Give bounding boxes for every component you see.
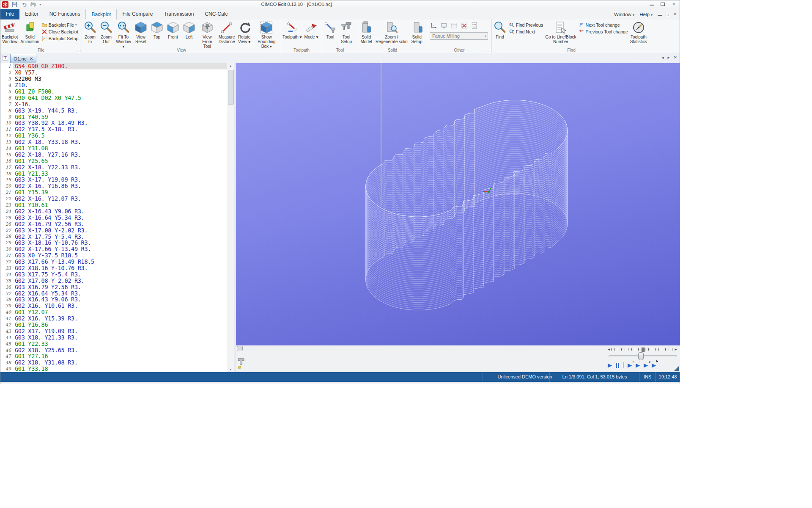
scroll-down-icon[interactable]: ▼ [227,368,234,371]
zoom-out-button[interactable]: Zoom Out [98,20,114,44]
backplot-window-button[interactable]: Backplot Window [0,20,19,44]
code-line[interactable]: 7X-16. [0,101,227,107]
ribbon-tab-file-compare[interactable]: File Compare [117,9,158,19]
code-line[interactable]: 32G03 X17.66 Y-13.49 R18.5 [0,259,227,265]
code-line[interactable]: 27G03 X-17.08 Y-2.02 R3. [0,227,227,233]
code-line[interactable]: 10G03 Y38.92 X-18.49 R3. [0,120,227,126]
ribbon-tab-editor[interactable]: Editor [19,9,44,19]
mode-button[interactable]: Mode ▾ [303,20,320,40]
code-line[interactable]: 43G02 X17. Y19.09 R3. [0,328,227,334]
code-line[interactable]: 14G01 Y31.08 [0,145,227,152]
ribbon-tab-nc-functions[interactable]: NC Functions [44,9,86,19]
scrollbar-thumb[interactable] [228,70,234,105]
nc-code-editor[interactable]: 1G54 G90 G0 Z100.2X0 Y57.3S2200 M34Z10.5… [0,63,227,372]
code-line[interactable]: 1G54 G90 G0 Z100. [0,63,227,69]
ribbon-tab-cnc-calc[interactable]: CNC-Calc [199,9,233,19]
code-line[interactable]: 39G02 X16. Y10.61 R3. [0,303,227,309]
step-next-z-button[interactable]: ▶z [644,362,648,369]
minimize-button[interactable] [649,2,654,6]
code-line[interactable]: 23G01 Y10.61 [0,202,227,208]
code-line[interactable]: 36G03 X16.79 Y2.56 R3. [0,284,227,290]
backplot-view[interactable] [236,63,680,345]
ribbon-tab-transmission[interactable]: Transmission [158,9,199,19]
combo-dropdown-icon[interactable]: ▾ [485,34,486,38]
speed-marker[interactable] [642,348,645,352]
code-line[interactable]: 44G03 X18. Y21.33 R3. [0,334,227,340]
zoom-regenerate-solid-button[interactable]: Zoom / Regenerate solid [374,20,409,44]
window-layout-icon[interactable] [450,22,458,30]
code-line[interactable]: 20G02 X-16. Y16.86 R3. [0,183,227,189]
doc-close-button[interactable]: × [673,12,677,17]
animation-export-icon[interactable] [440,22,448,30]
code-line[interactable]: 26G02 X-16.79 Y2.56 R3. [0,221,227,227]
code-line[interactable]: 18G01 Y21.33 [0,170,227,177]
ribbon-tab-backplot[interactable]: Backplot [85,9,117,20]
step-to-next-arc-button[interactable]: ▶◠ [636,362,640,369]
code-line[interactable]: 29G03 X-18.16 Y-10.76 R3. [0,240,227,246]
bounding-box-button[interactable]: Show Bounding Box ▾ [252,20,281,49]
code-line[interactable]: 35G02 X17.08 Y-2.02 R3. [0,277,227,284]
backplot-file-button[interactable]: Backplot File▾ [41,22,79,28]
solid-setup-button[interactable]: Solid Setup [409,20,425,44]
speed-slider-thumb[interactable] [638,352,644,360]
close-backplot-button[interactable]: Close Backplot [41,29,79,35]
code-line[interactable]: 31G03 X0 Y-37.5 R18.5 [0,252,227,259]
dxf-export-icon[interactable]: DXF [470,22,478,30]
code-line[interactable]: 17G02 X-18. Y22.33 R3. [0,164,227,170]
code-line[interactable]: 5G01 Z0 F500. [0,88,227,95]
play-button[interactable]: ▶ [608,362,612,369]
code-line[interactable]: 12G01 Y36.5 [0,133,227,139]
step-next-tool-button[interactable]: ▶⚑ [652,362,656,369]
solid-animation-button[interactable]: Solid Animation [19,20,40,44]
view-front-button[interactable]: Front [165,20,181,40]
code-line[interactable]: 38G03 X16.43 Y9.06 R3. [0,296,227,303]
dialog-launcher-icon[interactable] [487,49,490,52]
code-line[interactable]: 21G01 Y15.39 [0,189,227,196]
code-line[interactable]: 2X0 Y57. [0,69,227,76]
code-line[interactable]: 19G03 X-17. Y19.09 R3. [0,177,227,183]
document-tab[interactable]: O1.nc ✕ [10,54,36,63]
code-line[interactable]: 45G01 Y22.33 [0,340,227,347]
menu-window[interactable]: Window ▾ [614,12,634,17]
solid-model-button[interactable]: Solid Model [358,20,374,44]
code-line[interactable]: 15G02 X-18. Y27.16 R3. [0,151,227,157]
code-line[interactable]: 46G02 X18. Y25.65 R3. [0,347,227,353]
tab-list-close-icon[interactable]: ✕ [674,55,677,60]
measure-distance-button[interactable]: Measure Distance [217,20,236,44]
code-line[interactable]: 30G02 X-17.66 Y-13.49 R3. [0,246,227,252]
tab-scroll-right-icon[interactable]: ▸ [668,55,670,60]
machine-type-combo[interactable]: Fanuc Milling▾ [430,32,488,40]
document-tab-close-icon[interactable]: ✕ [30,56,33,61]
doc-restore-button[interactable] [665,12,669,17]
toolpath-statistics-button[interactable]: Toolpath Statistics [629,20,648,44]
tool-setup-button[interactable]: Tool Setup [338,20,354,44]
previous-tool-change-button[interactable]: Previous Tool change [579,29,628,35]
resize-grip[interactable] [674,366,679,371]
editor-scrollbar[interactable]: ▲ ▼ [227,63,234,372]
pause-button[interactable] [616,363,619,368]
view-from-tool-button[interactable]: View From Tool [197,20,217,49]
view-reset-button[interactable]: View Reset [133,20,149,44]
code-line[interactable]: 41G02 X16. Y15.39 R3. [0,315,227,322]
code-line[interactable]: 24G02 X-16.43 Y9.06 R3. [0,208,227,214]
code-line[interactable]: 34G03 X17.75 Y-5.4 R3. [0,271,227,277]
code-line[interactable]: 42G01 Y16.86 [0,322,227,328]
dialog-launcher-icon[interactable] [77,49,80,52]
code-line[interactable]: 40G01 Y12.07 [0,309,227,315]
code-line[interactable]: 49G01 Y33.18 [0,366,227,372]
code-line[interactable]: 4Z10. [0,82,227,88]
axis-orientation-icon[interactable] [430,22,438,30]
find-button[interactable]: Find [492,20,508,40]
code-line[interactable]: 22G02 X-16. Y12.07 R3. [0,196,227,202]
find-next-button[interactable]: Find Next [509,29,543,35]
close-button[interactable]: × [671,2,676,6]
code-line[interactable]: 37G02 X16.64 Y5.34 R3. [0,290,227,296]
scroll-up-icon[interactable]: ▲ [227,64,234,67]
code-line[interactable]: 9G01 Y40.59 [0,113,227,120]
code-line[interactable]: 3S2200 M3 [0,76,227,82]
next-tool-change-button[interactable]: Next Tool change [579,22,628,28]
speed-min-icon[interactable]: ◄ [607,348,611,351]
doc-minimize-button[interactable] [658,12,662,17]
code-line[interactable]: 16G01 Y25.65 [0,157,227,164]
fit-to-window-button[interactable]: Fit To Window ▾ [114,20,133,49]
